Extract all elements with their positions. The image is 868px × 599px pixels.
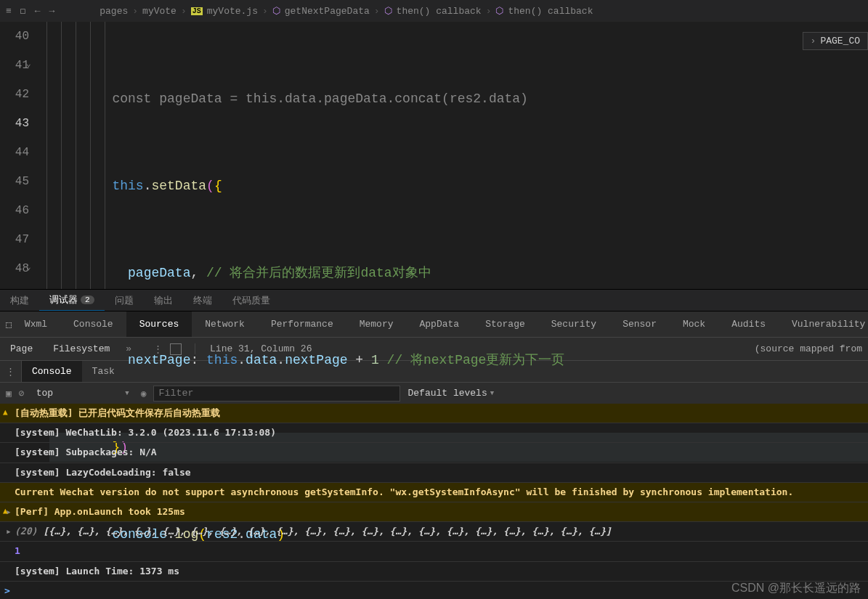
fold-icon[interactable]: ⌄ xyxy=(26,49,31,78)
menu-icon[interactable]: ≡ xyxy=(6,6,12,17)
fold-icon[interactable]: ⌄ xyxy=(26,253,31,282)
console-prompt[interactable] xyxy=(0,582,868,599)
bookmark-icon[interactable]: ◻ xyxy=(20,5,26,17)
line-gutter: ⌄ ⌄ 40 41 42 43 44 45 46 47 48 xyxy=(0,22,41,289)
line-number: 47 xyxy=(0,225,29,254)
code-line: nextPage: this.data.nextPage + 1 // 将nex… xyxy=(49,346,868,375)
crumb-sym0[interactable]: getNextPageData xyxy=(285,6,370,17)
log-row: [system] Subpackages: N/A xyxy=(0,443,868,463)
js-badge-icon: JS xyxy=(191,7,203,15)
code-line: const pageData = this.data.pageData.conc… xyxy=(49,84,868,113)
kebab-icon[interactable]: ⋮ xyxy=(0,361,22,382)
src-tab-page[interactable]: Page xyxy=(0,343,43,354)
top-bar: ≡ ◻ ← → pages› myVote› JS myVote.js› ⬡ g… xyxy=(0,0,868,22)
line-number: 42 xyxy=(0,80,29,109)
line-number: 46 xyxy=(0,196,29,225)
crumb-pages[interactable]: pages xyxy=(100,6,128,17)
line-number: 43 xyxy=(0,109,29,138)
warning-icon: ▲ xyxy=(3,407,8,417)
cube-icon: ⬡ xyxy=(384,5,392,17)
crumb-myvote[interactable]: myVote xyxy=(142,6,177,17)
code-line: this.setData({ xyxy=(49,171,868,200)
log-row: [system] WeChatLib: 3.2.0 (2023.11.6 17:… xyxy=(0,423,868,443)
line-number: 40 xyxy=(0,22,29,51)
log-row[interactable]: (20) [{…}, {…}, {…}, {…}, {…}, {…}, {…},… xyxy=(0,522,868,542)
log-row: Current Wechat version do not support as… xyxy=(0,483,868,502)
line-number: 45 xyxy=(0,167,29,196)
inspect-icon[interactable]: ⬚ xyxy=(6,319,12,330)
console-output[interactable]: ▲[自动热重载] 已开启代码文件保存后自动热重载 [system] WeChat… xyxy=(0,404,868,599)
tab-build[interactable]: 构建 xyxy=(0,290,39,311)
clear-console-icon[interactable]: ⊘ xyxy=(19,388,25,399)
line-number: 48 xyxy=(0,254,29,283)
log-row: [system] LazyCodeLoading: false xyxy=(0,463,868,483)
cube-icon: ⬡ xyxy=(272,5,280,17)
line-number: 41 xyxy=(0,51,29,80)
crumb-sym1[interactable]: then() callback xyxy=(397,6,482,17)
log-row[interactable]: ▲[Perf] App.onLaunch took 125ms xyxy=(0,502,868,522)
code-area[interactable]: const pageData = this.data.pageData.conc… xyxy=(41,22,868,289)
line-number: 44 xyxy=(0,138,29,167)
peek-overlay[interactable]: ›PAGE_CO xyxy=(803,32,868,50)
log-row: [system] Launch Time: 1373 ms xyxy=(0,562,868,582)
crumb-file[interactable]: myVote.js xyxy=(207,6,258,17)
breadcrumb: pages› myVote› JS myVote.js› ⬡ getNextPa… xyxy=(63,5,593,17)
code-line: pageData, // 将合并后的数据更新到data对象中 xyxy=(49,258,868,288)
forward-icon[interactable]: → xyxy=(49,6,54,17)
code-editor[interactable]: ⌄ ⌄ 40 41 42 43 44 45 46 47 48 const pag… xyxy=(0,22,868,289)
back-icon[interactable]: ← xyxy=(35,6,41,17)
log-row: 1 xyxy=(0,542,868,561)
warning-icon: ▲ xyxy=(3,505,8,516)
log-row: ▲[自动热重载] 已开启代码文件保存后自动热重载 xyxy=(0,404,868,423)
cube-icon: ⬡ xyxy=(495,5,503,17)
sidebar-toggle-icon[interactable]: ▣ xyxy=(6,388,12,399)
chevron-right-icon: › xyxy=(811,36,816,46)
crumb-sym2[interactable]: then() callback xyxy=(508,6,593,17)
